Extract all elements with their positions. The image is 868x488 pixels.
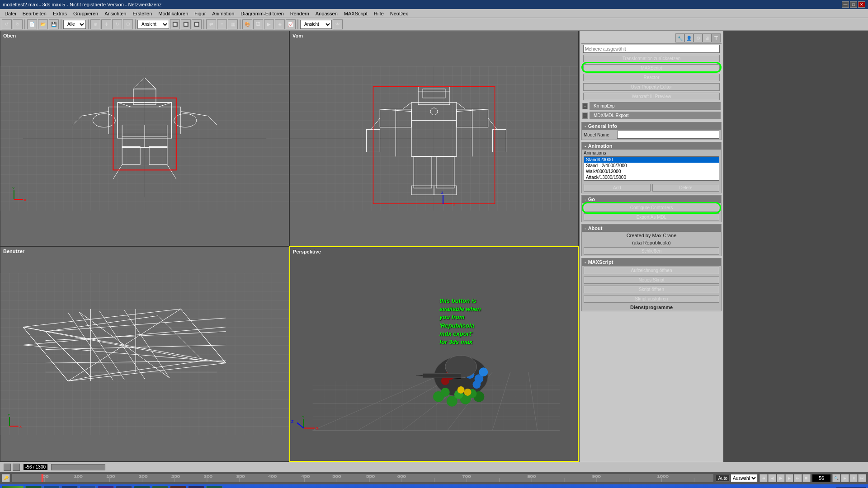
- transform-reset-btn[interactable]: Transformation zurücksetzen: [583, 55, 720, 62]
- configure-controllers-btn[interactable]: Configure Controllers: [584, 204, 719, 211]
- extra-btn2[interactable]: ▶: [841, 474, 849, 482]
- maximize-btn[interactable]: □: [850, 1, 857, 8]
- next-key-btn[interactable]: ▶: [785, 474, 793, 482]
- maxscript-btn[interactable]: MAXScript: [583, 64, 720, 72]
- toolbar-undo[interactable]: ↺: [2, 19, 12, 29]
- rp-icon3[interactable]: ⚙: [693, 33, 703, 42]
- krnmpexp-collapse[interactable]: -: [582, 103, 588, 109]
- schliessen-btn[interactable]: Schließen: [584, 247, 719, 255]
- toolbar-mirror[interactable]: ⇌: [206, 19, 216, 29]
- model-name-input[interactable]: [617, 131, 719, 139]
- toolbar-redo[interactable]: ↻: [13, 19, 23, 29]
- skript-ausfuehren-btn[interactable]: Skript ausführen: [584, 295, 719, 303]
- export-mdl-btn[interactable]: Export As MDL: [584, 213, 719, 221]
- about-collapse[interactable]: -: [585, 225, 586, 231]
- toolbar-select[interactable]: ⊕: [90, 19, 100, 29]
- animation-collapse[interactable]: -: [585, 143, 586, 149]
- reactor-btn[interactable]: Reactor: [583, 74, 720, 81]
- taskbar-ie[interactable]: 🌐: [25, 486, 42, 488]
- viewport-benutzer[interactable]: Benutzer: [0, 246, 289, 462]
- anim-item-0[interactable]: Stand/0/3000: [584, 157, 719, 163]
- taskbar-firefox[interactable]: 🦊: [134, 486, 150, 488]
- taskbar-folder[interactable]: 📁: [80, 486, 96, 488]
- mdx-collapse[interactable]: -: [582, 113, 588, 119]
- menu-item-anpassen[interactable]: Anpassen: [313, 10, 340, 17]
- viewport-oben[interactable]: Oben: [0, 31, 289, 246]
- toolbar-snap2[interactable]: 🔲: [181, 19, 191, 29]
- menu-item-gruppieren[interactable]: Gruppieren: [71, 10, 101, 17]
- aufzeichnung-btn[interactable]: Aufzeichnung öffnen: [584, 267, 719, 274]
- taskbar-green[interactable]: 🔮: [152, 486, 168, 488]
- user-property-btn[interactable]: User Property Editor: [583, 83, 720, 91]
- start-btn[interactable]: ⊞: [2, 486, 24, 488]
- toolbar-open[interactable]: 📂: [38, 19, 48, 29]
- play-btn[interactable]: ▶: [777, 474, 785, 482]
- toolbar-snap[interactable]: 🔲: [170, 19, 180, 29]
- prev-key-btn[interactable]: ◀: [768, 474, 776, 482]
- timeline[interactable]: 50 100 150 200 250 300 350 400 450 500 5…: [12, 474, 714, 483]
- next-frame-btn[interactable]: ⏭: [794, 474, 802, 482]
- taskbar-monitor[interactable]: 🖥: [116, 486, 132, 488]
- menu-item-hilfe[interactable]: Hilfe: [371, 10, 387, 17]
- menu-item-neodex[interactable]: NeoDex: [387, 10, 411, 17]
- zoom-btn[interactable]: 🔍: [832, 474, 840, 482]
- taskbar-star[interactable]: ⭐: [98, 486, 114, 488]
- toolbar-render2[interactable]: 🖼: [253, 19, 263, 29]
- neues-skript-btn[interactable]: Neues Skript: [584, 276, 719, 284]
- taskbar-mdl[interactable]: MDL: [170, 486, 186, 488]
- view-dropdown1[interactable]: Ansicht: [137, 20, 169, 29]
- anim-item-2[interactable]: Walk/8000/12000: [584, 169, 719, 174]
- viewport-perspektive[interactable]: Perspektive this button isavailable when…: [289, 246, 579, 462]
- taskbar-vlc[interactable]: 🔶: [43, 486, 60, 488]
- view-dropdown2[interactable]: Ansicht: [300, 20, 332, 29]
- toolbar-render1[interactable]: 🎨: [242, 19, 252, 29]
- extra-btn3[interactable]: ⏸: [849, 474, 858, 482]
- nav-icon2[interactable]: [13, 464, 20, 471]
- taskbar-cube[interactable]: 🔲: [188, 486, 204, 488]
- taskbar-landscape[interactable]: 🏔: [206, 486, 222, 488]
- rp-icon4[interactable]: 🖥: [703, 33, 712, 42]
- rp-icon5[interactable]: T: [712, 33, 721, 42]
- menu-item-ansichten[interactable]: Ansichten: [102, 10, 129, 17]
- menu-item-animation[interactable]: Animation: [209, 10, 237, 17]
- toolbar-curve[interactable]: 📈: [286, 19, 296, 29]
- menu-item-figur[interactable]: Figur: [192, 10, 208, 17]
- menu-item-rendern[interactable]: Rendern: [288, 10, 312, 17]
- anim-item-1[interactable]: Stand - 2/4000/7000: [584, 163, 719, 169]
- mdx-btn[interactable]: MDX/MDL Export: [590, 112, 721, 119]
- minimize-btn[interactable]: —: [842, 1, 849, 8]
- anim-item-3[interactable]: Attack/13000/15000: [584, 174, 719, 180]
- toolbar-align[interactable]: ≡: [217, 19, 227, 29]
- auswahl-select[interactable]: Auswahl: [731, 474, 758, 482]
- extra-btn4[interactable]: ⏭: [858, 474, 866, 482]
- toolbar-rotate[interactable]: ↻: [112, 19, 122, 29]
- close-btn[interactable]: ✕: [858, 1, 865, 8]
- go-collapse[interactable]: -: [585, 197, 586, 202]
- toolbar-array[interactable]: ▦: [228, 19, 238, 29]
- taskbar-ppt[interactable]: 📊: [61, 486, 78, 488]
- menu-item-maxscript[interactable]: MAXScript: [341, 10, 370, 17]
- delete-btn[interactable]: Delete: [652, 184, 719, 192]
- skript-oeffnen-btn[interactable]: Skript öffnen: [584, 286, 719, 293]
- select-all-dropdown[interactable]: Alle: [63, 20, 86, 29]
- toolbar-render3[interactable]: ▶: [264, 19, 274, 29]
- toolbar-new[interactable]: 📄: [27, 19, 37, 29]
- coord-slider[interactable]: [51, 464, 105, 470]
- menu-item-diagramm-editoren[interactable]: Diagramm-Editoren: [238, 10, 286, 17]
- viewport-vom[interactable]: Vom: [289, 31, 579, 246]
- toolbar-save[interactable]: 💾: [49, 19, 59, 29]
- toolbar-snap3[interactable]: 🔲: [192, 19, 202, 29]
- menu-item-bearbeiten[interactable]: Bearbeiten: [20, 10, 49, 17]
- maxscript-section-collapse[interactable]: -: [585, 259, 586, 265]
- krnmpexp-btn[interactable]: KrnmpExp: [590, 102, 721, 110]
- toolbar-eye[interactable]: 👁: [333, 19, 343, 29]
- warcraft-btn[interactable]: Warcraft III Preview: [583, 93, 720, 100]
- stop-btn[interactable]: ⏹: [802, 474, 811, 482]
- menu-item-erstellen[interactable]: Erstellen: [130, 10, 155, 17]
- multiselect-field[interactable]: [583, 45, 720, 53]
- toolbar-move[interactable]: ✛: [101, 19, 111, 29]
- anim-key-btn[interactable]: 🔑: [2, 474, 10, 482]
- toolbar-material[interactable]: ◈: [275, 19, 285, 29]
- rp-icon1[interactable]: 🔧: [675, 33, 684, 42]
- toolbar-scale[interactable]: ⬡: [123, 19, 133, 29]
